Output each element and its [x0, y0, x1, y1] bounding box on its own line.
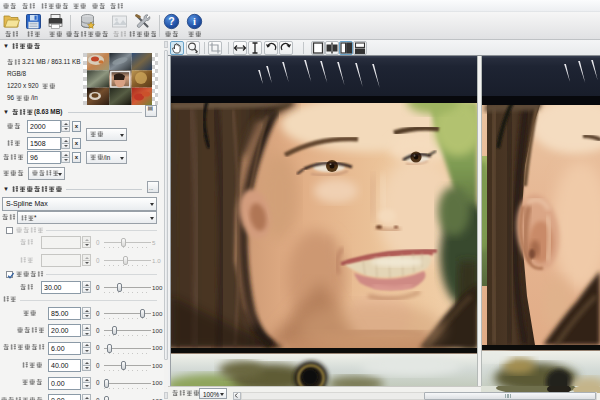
svg-text:?: ? — [168, 15, 174, 27]
svg-text:i: i — [193, 16, 196, 27]
